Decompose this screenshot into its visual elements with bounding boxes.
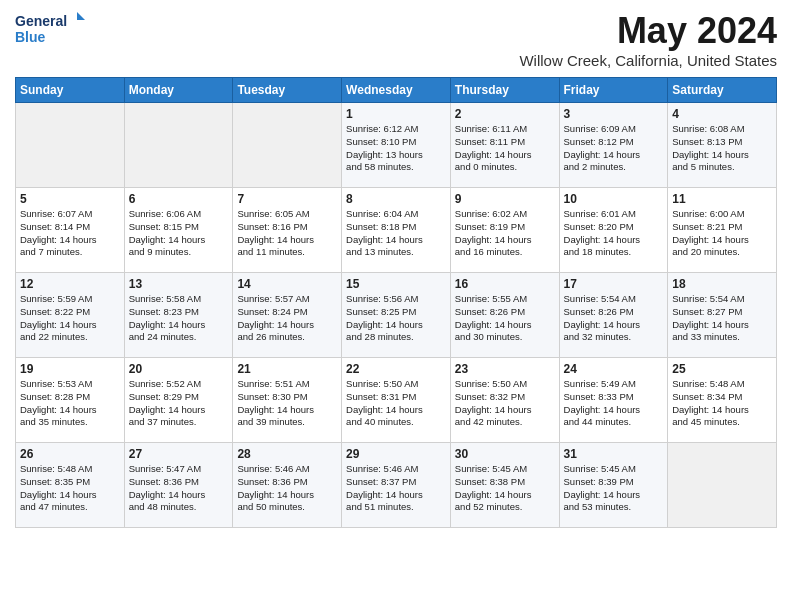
day-info-line: Sunset: 8:27 PM	[672, 306, 772, 319]
day-content: Sunrise: 5:50 AMSunset: 8:32 PMDaylight:…	[455, 378, 555, 429]
day-info-line: and 58 minutes.	[346, 161, 446, 174]
day-info-line: Sunrise: 5:48 AM	[672, 378, 772, 391]
day-info-line: Daylight: 14 hours	[346, 319, 446, 332]
day-number: 27	[129, 447, 229, 461]
day-number: 25	[672, 362, 772, 376]
day-info-line: Sunset: 8:36 PM	[237, 476, 337, 489]
day-number: 19	[20, 362, 120, 376]
calendar-day-cell: 1Sunrise: 6:12 AMSunset: 8:10 PMDaylight…	[342, 103, 451, 188]
calendar-week-row: 5Sunrise: 6:07 AMSunset: 8:14 PMDaylight…	[16, 188, 777, 273]
calendar-week-row: 26Sunrise: 5:48 AMSunset: 8:35 PMDayligh…	[16, 443, 777, 528]
day-info-line: Sunrise: 5:55 AM	[455, 293, 555, 306]
day-info-line: Sunset: 8:21 PM	[672, 221, 772, 234]
day-info-line: Sunrise: 5:53 AM	[20, 378, 120, 391]
day-info-line: Daylight: 14 hours	[564, 234, 664, 247]
calendar-day-cell: 13Sunrise: 5:58 AMSunset: 8:23 PMDayligh…	[124, 273, 233, 358]
logo-svg: General Blue	[15, 10, 85, 52]
day-number: 16	[455, 277, 555, 291]
day-info-line: Sunset: 8:30 PM	[237, 391, 337, 404]
day-info-line: and 35 minutes.	[20, 416, 120, 429]
day-info-line: Sunrise: 5:50 AM	[346, 378, 446, 391]
day-number: 7	[237, 192, 337, 206]
day-info-line: Sunrise: 5:59 AM	[20, 293, 120, 306]
day-info-line: Daylight: 14 hours	[20, 234, 120, 247]
day-info-line: Sunset: 8:36 PM	[129, 476, 229, 489]
day-content: Sunrise: 5:45 AMSunset: 8:39 PMDaylight:…	[564, 463, 664, 514]
day-info-line: Sunrise: 5:51 AM	[237, 378, 337, 391]
calendar-day-cell: 20Sunrise: 5:52 AMSunset: 8:29 PMDayligh…	[124, 358, 233, 443]
main-title: May 2024	[519, 10, 777, 52]
day-content: Sunrise: 5:58 AMSunset: 8:23 PMDaylight:…	[129, 293, 229, 344]
day-content: Sunrise: 6:07 AMSunset: 8:14 PMDaylight:…	[20, 208, 120, 259]
day-info-line: Daylight: 14 hours	[672, 234, 772, 247]
day-info-line: Sunset: 8:12 PM	[564, 136, 664, 149]
svg-text:General: General	[15, 13, 67, 29]
day-number: 5	[20, 192, 120, 206]
day-number: 24	[564, 362, 664, 376]
day-info-line: and 13 minutes.	[346, 246, 446, 259]
day-number: 12	[20, 277, 120, 291]
day-info-line: Sunrise: 5:46 AM	[237, 463, 337, 476]
day-info-line: Sunrise: 5:45 AM	[455, 463, 555, 476]
calendar-day-cell: 25Sunrise: 5:48 AMSunset: 8:34 PMDayligh…	[668, 358, 777, 443]
day-info-line: and 20 minutes.	[672, 246, 772, 259]
day-info-line: Daylight: 14 hours	[237, 404, 337, 417]
calendar-day-cell: 18Sunrise: 5:54 AMSunset: 8:27 PMDayligh…	[668, 273, 777, 358]
day-number: 17	[564, 277, 664, 291]
day-info-line: Sunrise: 5:52 AM	[129, 378, 229, 391]
calendar-day-cell	[233, 103, 342, 188]
calendar-day-cell: 27Sunrise: 5:47 AMSunset: 8:36 PMDayligh…	[124, 443, 233, 528]
day-content: Sunrise: 5:54 AMSunset: 8:26 PMDaylight:…	[564, 293, 664, 344]
day-info-line: and 45 minutes.	[672, 416, 772, 429]
day-info-line: Sunrise: 6:04 AM	[346, 208, 446, 221]
day-info-line: and 24 minutes.	[129, 331, 229, 344]
calendar-day-cell: 14Sunrise: 5:57 AMSunset: 8:24 PMDayligh…	[233, 273, 342, 358]
day-number: 3	[564, 107, 664, 121]
calendar-day-cell: 11Sunrise: 6:00 AMSunset: 8:21 PMDayligh…	[668, 188, 777, 273]
day-info-line: Sunrise: 5:50 AM	[455, 378, 555, 391]
day-info-line: Sunrise: 5:56 AM	[346, 293, 446, 306]
day-info-line: Sunset: 8:33 PM	[564, 391, 664, 404]
day-info-line: Daylight: 14 hours	[237, 234, 337, 247]
day-info-line: and 39 minutes.	[237, 416, 337, 429]
day-number: 8	[346, 192, 446, 206]
day-info-line: Sunset: 8:22 PM	[20, 306, 120, 319]
calendar-day-cell: 19Sunrise: 5:53 AMSunset: 8:28 PMDayligh…	[16, 358, 125, 443]
day-info-line: Sunrise: 5:47 AM	[129, 463, 229, 476]
day-content: Sunrise: 5:55 AMSunset: 8:26 PMDaylight:…	[455, 293, 555, 344]
calendar-week-row: 19Sunrise: 5:53 AMSunset: 8:28 PMDayligh…	[16, 358, 777, 443]
day-info-line: Sunset: 8:14 PM	[20, 221, 120, 234]
day-info-line: Daylight: 14 hours	[346, 489, 446, 502]
day-info-line: and 33 minutes.	[672, 331, 772, 344]
calendar-day-cell: 29Sunrise: 5:46 AMSunset: 8:37 PMDayligh…	[342, 443, 451, 528]
day-content: Sunrise: 6:01 AMSunset: 8:20 PMDaylight:…	[564, 208, 664, 259]
day-number: 14	[237, 277, 337, 291]
day-info-line: Sunset: 8:19 PM	[455, 221, 555, 234]
day-info-line: Daylight: 14 hours	[129, 489, 229, 502]
calendar-day-cell: 6Sunrise: 6:06 AMSunset: 8:15 PMDaylight…	[124, 188, 233, 273]
day-info-line: Sunset: 8:24 PM	[237, 306, 337, 319]
day-info-line: Daylight: 14 hours	[20, 319, 120, 332]
day-info-line: Daylight: 14 hours	[237, 489, 337, 502]
day-number: 10	[564, 192, 664, 206]
day-content: Sunrise: 6:09 AMSunset: 8:12 PMDaylight:…	[564, 123, 664, 174]
calendar-day-cell: 17Sunrise: 5:54 AMSunset: 8:26 PMDayligh…	[559, 273, 668, 358]
day-info-line: Sunset: 8:11 PM	[455, 136, 555, 149]
day-info-line: Sunset: 8:26 PM	[564, 306, 664, 319]
day-content: Sunrise: 5:57 AMSunset: 8:24 PMDaylight:…	[237, 293, 337, 344]
day-content: Sunrise: 5:49 AMSunset: 8:33 PMDaylight:…	[564, 378, 664, 429]
day-info-line: Sunset: 8:34 PM	[672, 391, 772, 404]
svg-marker-2	[77, 12, 85, 20]
day-content: Sunrise: 5:50 AMSunset: 8:31 PMDaylight:…	[346, 378, 446, 429]
calendar-day-header: Friday	[559, 78, 668, 103]
calendar-day-cell: 12Sunrise: 5:59 AMSunset: 8:22 PMDayligh…	[16, 273, 125, 358]
svg-text:Blue: Blue	[15, 29, 46, 45]
calendar-day-cell	[124, 103, 233, 188]
day-info-line: and 48 minutes.	[129, 501, 229, 514]
day-info-line: Daylight: 14 hours	[672, 404, 772, 417]
calendar-day-cell: 7Sunrise: 6:05 AMSunset: 8:16 PMDaylight…	[233, 188, 342, 273]
day-content: Sunrise: 5:48 AMSunset: 8:35 PMDaylight:…	[20, 463, 120, 514]
day-number: 31	[564, 447, 664, 461]
day-info-line: and 7 minutes.	[20, 246, 120, 259]
calendar-day-header: Thursday	[450, 78, 559, 103]
